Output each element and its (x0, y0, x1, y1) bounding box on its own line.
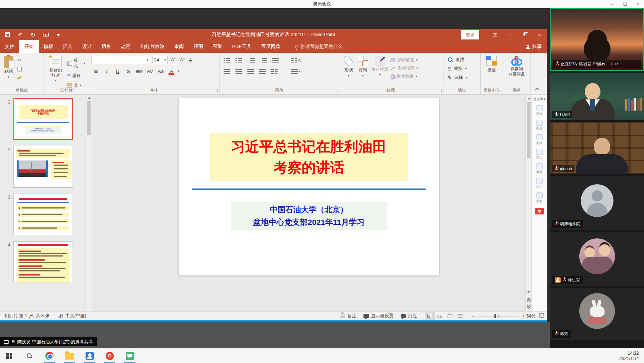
grow-font-button[interactable]: A˄ (170, 57, 177, 63)
template-button[interactable]: 模板 (483, 55, 500, 74)
tab-insert[interactable]: 插入 (58, 40, 77, 53)
dialog-launcher-icon[interactable] (215, 89, 218, 92)
columns-button[interactable] (269, 68, 279, 75)
font-size-combo[interactable]: 24▾ (152, 56, 168, 64)
taskbar-chrome-button[interactable] (45, 351, 54, 361)
save-button[interactable] (5, 32, 10, 37)
save-to-baidu-button[interactable]: 保存到百度网盘 (505, 55, 528, 77)
shapes-button[interactable]: 形状 ▾ (342, 55, 356, 78)
normal-view-button[interactable] (425, 312, 435, 320)
dialog-launcher-icon[interactable] (39, 89, 42, 92)
thumbnail-slide-1[interactable]: 1 习近平总书记在胜利油田 考察的讲话 中国石油大学（北京） 盆地中心党支部20… (4, 98, 86, 140)
resource-library-header[interactable]: 资源库▾ (533, 97, 545, 102)
tab-home[interactable]: 开始 (19, 40, 39, 53)
underline-button[interactable]: U (113, 67, 122, 75)
close-button[interactable]: × (631, 0, 644, 8)
restore-button[interactable] (619, 0, 631, 8)
paste-button[interactable]: 粘贴 ▾ (2, 55, 15, 83)
font-name-combo[interactable]: ▾ (92, 56, 150, 64)
thumbnail-scrollbar[interactable] (86, 95, 92, 311)
taskbar-clock[interactable]: 14:32 2021/11/4 (619, 351, 644, 361)
shape-fill-button[interactable]: 形状填充▾ (391, 57, 418, 63)
fit-to-window-button[interactable] (539, 313, 544, 318)
collapse-ribbon-button[interactable] (535, 87, 539, 92)
start-slideshow-button[interactable] (44, 33, 49, 36)
resource-item-5[interactable]: 演示 (536, 178, 543, 189)
video-tile-speaker[interactable]: 正在讲话: 陈践发-中国石... ↩ (550, 8, 644, 71)
font-color-button[interactable]: A (167, 67, 176, 75)
scroll-up-button[interactable] (526, 95, 532, 101)
find-button[interactable]: 查找 (448, 57, 476, 63)
previous-slide-button[interactable] (527, 298, 531, 302)
slide-subtitle-box[interactable]: 中国石油大学（北京） 盆地中心党支部2021年11月学习 (231, 202, 387, 230)
taskbar-search-button[interactable] (25, 351, 34, 361)
undo-button[interactable]: ↶ (18, 32, 23, 38)
replace-button[interactable]: abac替换▾ (448, 66, 476, 72)
text-direction-button[interactable]: A (291, 57, 301, 64)
tab-template[interactable]: 模板 (39, 40, 58, 53)
text-shadow-button[interactable]: S (124, 67, 133, 75)
taskbar-explorer-button[interactable] (65, 351, 74, 361)
align-center-button[interactable] (234, 68, 243, 75)
align-right-button[interactable] (246, 68, 255, 75)
shape-effects-button[interactable]: 形状效果▾ (391, 74, 418, 79)
shape-outline-button[interactable]: 形状轮廓▾ (391, 66, 418, 71)
ppt-restore-button[interactable] (517, 29, 532, 40)
italic-button[interactable]: I (102, 67, 111, 75)
resource-item-3[interactable]: 简历 (536, 149, 543, 160)
slide-editor[interactable]: 习近平总书记在胜利油田 考察的讲话 中国石油大学（北京） 盆地中心党支部2021… (179, 98, 439, 276)
thumbnail-slide-4[interactable]: 4 (4, 241, 86, 283)
video-tile-qiunsh[interactable]: qiunsh (550, 122, 644, 174)
video-tile-shishengbao[interactable]: 师生宝 (550, 232, 644, 286)
resource-item-6[interactable]: 更多 (536, 192, 543, 204)
zoom-in-button[interactable]: + (522, 313, 525, 318)
shrink-font-button[interactable]: A˅ (179, 57, 186, 63)
align-left-button[interactable] (222, 68, 231, 75)
clear-formatting-button[interactable]: A (188, 57, 193, 63)
tab-pdf-tools[interactable]: PDF工具 (227, 40, 256, 53)
next-slide-button[interactable] (527, 305, 531, 309)
video-tile-limj[interactable]: Li,MJ (550, 73, 644, 120)
zoom-slider[interactable] (478, 316, 519, 316)
ribbon-options-button[interactable] (487, 29, 502, 40)
thumbnail-slide-3[interactable]: 3 (4, 194, 86, 235)
scroll-up-button[interactable] (86, 95, 92, 101)
bold-button[interactable]: B (92, 67, 100, 75)
scrollbar-thumb[interactable] (527, 102, 531, 158)
tab-baidu-netdisk[interactable]: 百度网盘 (256, 40, 285, 53)
notes-button[interactable]: 备注 (340, 313, 356, 319)
thumbnail-slide-2[interactable]: 2 (4, 146, 86, 188)
copy-button[interactable] (16, 66, 23, 72)
slideshow-view-button[interactable] (455, 312, 465, 320)
layout-button[interactable]: 版式▾ (66, 57, 86, 69)
decrease-indent-button[interactable]: ← (246, 57, 255, 64)
login-button[interactable]: 登录 (461, 30, 479, 39)
ppt-close-button[interactable]: × (532, 29, 547, 40)
slide-title-box[interactable]: 习近平总书记在胜利油田 考察的讲话 (210, 133, 408, 181)
taskbar-browser-button[interactable]: G (105, 351, 115, 361)
bullets-button[interactable] (222, 57, 231, 64)
numbering-button[interactable] (234, 57, 243, 64)
minimize-button[interactable] (606, 0, 619, 8)
qat-customize-button[interactable]: ▾ (57, 32, 60, 38)
tell-me-box[interactable]: 告诉我你想要做什么 (295, 40, 343, 53)
quick-styles-button[interactable]: 快速样式 ▾ (370, 55, 390, 77)
promo-icon[interactable] (535, 208, 544, 214)
strikethrough-button[interactable]: abc (135, 67, 144, 75)
tab-transitions[interactable]: 切换 (97, 40, 116, 53)
increase-indent-button[interactable]: → (257, 57, 267, 64)
format-painter-button[interactable] (16, 74, 23, 81)
select-button[interactable]: 选择▾ (448, 74, 476, 81)
share-button[interactable]: 共享 (526, 40, 542, 53)
zoom-level[interactable]: 64% (526, 313, 535, 319)
change-case-button[interactable]: Aa (156, 67, 165, 75)
taskbar-meeting-button[interactable] (85, 351, 94, 361)
scroll-down-button[interactable] (525, 289, 532, 295)
language-indicator[interactable]: 中文(中国) (65, 313, 86, 319)
display-settings-button[interactable]: 显示器设置 (363, 313, 393, 319)
tab-design[interactable]: 设计 (77, 40, 97, 53)
arrange-button[interactable]: 排列 ▾ (356, 55, 370, 78)
tab-review[interactable]: 审阅 (169, 40, 189, 53)
justify-button[interactable] (257, 68, 267, 75)
tab-help[interactable]: 帮助 (208, 40, 227, 53)
